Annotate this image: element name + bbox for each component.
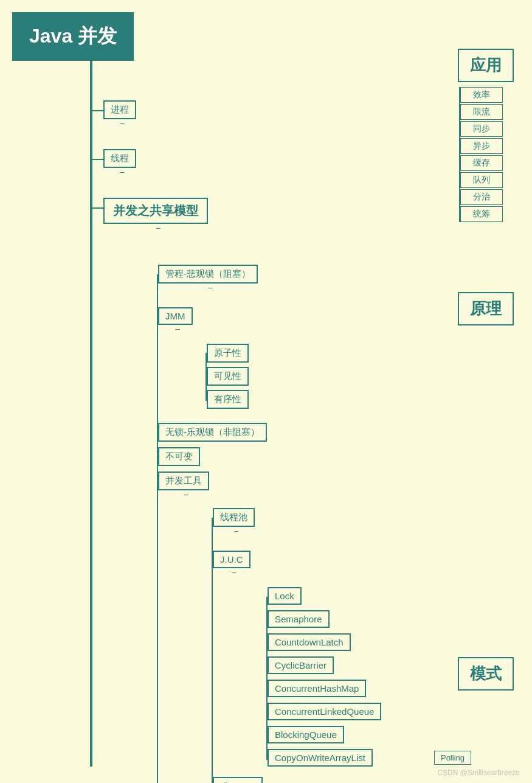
h-connector-bukebiaon [157,457,158,458]
h-connector-bingfagongju [157,481,158,482]
node-yuanzixing: 原子性 [207,344,249,363]
h-connector-wusuo [157,433,158,434]
h-connector-copyonwrite [266,759,268,760]
node-jmm: JMM− [158,307,193,333]
node-concurrentlinkedqueue: ConcurrentLinkedQueue [268,703,381,720]
node-xiancheng: 线程− [103,149,136,176]
node-semaphore: Semaphore [268,610,330,628]
h-connector-bingfa [90,207,103,209]
h-connector-semaphore [266,620,268,621]
node-jincheng: 进程− [103,100,136,128]
h-connector-juc [212,560,213,562]
node-concurrenthashmap: ConcurrentHashMap [268,680,366,697]
page-title: Java 并发 [12,12,134,61]
node-bingfagongju: 并发工具− [158,472,209,499]
h-connector-countdownlatch [266,643,268,644]
h-connector-xiancheng [90,159,103,160]
node-blockingqueue: BlockingQueue [268,726,344,743]
node-youxuxing: 有序性 [207,390,249,409]
node-wusuo: 无锁-乐观锁（非阻塞） [158,423,267,442]
node-guanling: 管程-悲观锁（阻塞）− [158,265,258,292]
node-lock: Lock [268,587,302,605]
node-copyonwrite: CopyOnWriteArrayList [268,749,373,767]
node-xianchengchi: 线程池− [213,508,255,535]
node-bukebiaon: 不可变 [158,447,200,466]
h-connector-lock [266,597,268,598]
node-juc: J.U.C− [213,551,250,577]
h-connector-concurrenthashmap [266,689,268,691]
h-connector-concurrentlinkedqueue [266,712,268,714]
h-connector-cyclicbarrier [266,666,268,667]
node-countdownlatch: CountdownLatch [268,633,351,651]
watermark: CSDN @Smilisearbreeze [437,768,520,777]
gongju-vline [212,519,213,783]
node-disruptor: disruptor [213,777,263,783]
tree-area: 进程−线程−并发之共享模型−管程-悲观锁（阻塞）−JMM−原子性可见性有序性无锁… [0,64,532,770]
h-connector-jincheng [90,110,103,111]
node-kejianxing: 可见性 [207,367,249,386]
h-connector-xianchengchi [212,518,213,519]
jmm-vline [206,353,207,401]
node-bingfa: 并发之共享模型− [103,198,208,232]
h-connector-jmm [157,317,158,318]
node-cyclicbarrier: CyclicBarrier [268,656,334,674]
bingfa-vline [157,276,158,783]
h-connector-blockingqueue [266,736,268,737]
h-connector-guanling [157,274,158,276]
